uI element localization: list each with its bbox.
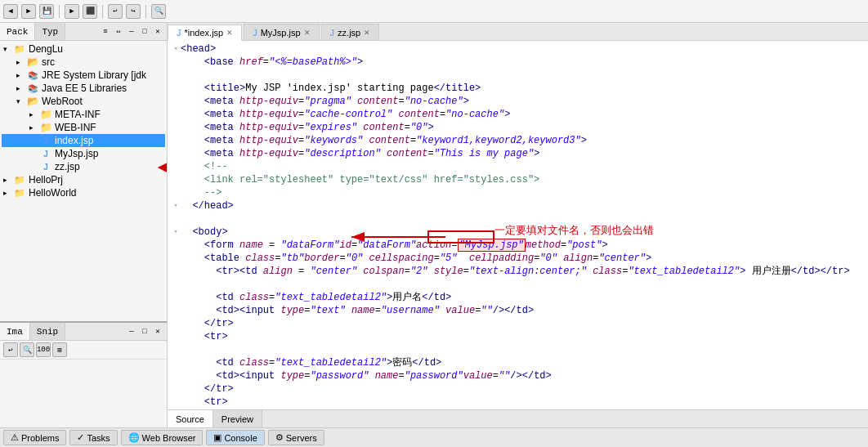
tree-item-javaee[interactable]: ▸ 📚 Java EE 5 Libraries [2,82,165,95]
tab-close-zzjsp[interactable]: ✕ [364,29,370,37]
lib-icon-jre: 📚 [26,69,39,81]
tree-item-webroot[interactable]: ▾ 📂 WebRoot [2,95,165,108]
toggle-helloprj: ▸ [3,176,13,184]
editor-tab-label-0: *index.jsp [185,28,224,38]
code-content: 一定要填对文件名，否则也会出错 ▾ <head> <base href="<%=… [168,41,868,409]
editor-bottom-tabs: Source Preview [168,409,868,427]
tab-icon-zzjsp: J [330,28,335,38]
tree-item-denglu[interactable]: ▾ 📁 DengLu [2,42,165,56]
left-tab-icons: ≡ ⇔ — □ ✕ [100,26,167,38]
tree-item-webinf[interactable]: ▸ 📁 WEB-INF [2,121,165,134]
toggle-helloworld: ▸ [3,189,13,197]
code-line-10: <!-- [168,160,868,173]
status-tab-problems[interactable]: ⚠ Problems [3,430,66,445]
tab-typ[interactable]: Typ [35,23,65,40]
tree-label-helloprj: HelloPrj [29,174,163,186]
tree-label-metainf: META-INF [55,109,163,120]
toolbar-btn-run[interactable]: ▶ [65,4,79,19]
file-icon-myjspjsp: J [39,148,52,159]
editor-tabs: J *index.jsp ✕ J MyJsp.jsp ✕ J zz.jsp ✕ [168,23,868,41]
code-line-25: <td class="text_tabledetail2">密码</td> [168,356,868,369]
tree-label-helloworld: HelloWorld [29,187,163,199]
tab-pack[interactable]: Pack [0,23,35,40]
left-bottom-tabs: Ima Snip — □ ✕ [0,323,167,341]
tab-snip[interactable]: Snip [30,323,65,340]
status-tab-servers[interactable]: ⚙ Servers [268,430,324,445]
webbrowser-icon: 🌐 [128,432,140,443]
toolbar-btn-forward[interactable]: ▶ [21,4,36,19]
tree-label-src: src [42,56,163,68]
minimize-bottom-icon[interactable]: — [126,326,137,337]
tab-close-myjspjsp[interactable]: ✕ [304,29,311,37]
tree-item-src[interactable]: ▸ 📂 src [2,56,165,69]
bottom-btn-1[interactable]: ↩ [3,342,18,357]
code-line-13: ▾ </head> [168,199,868,212]
code-line-8: <meta http-equiv="keywords" content="key… [168,134,868,147]
bottom-btn-2[interactable]: 🔍 [20,342,34,357]
link-editor-icon[interactable]: ⇔ [113,26,124,38]
toolbar-btn-search[interactable]: 🔍 [151,4,166,19]
editor-tab-myjspjsp[interactable]: J MyJsp.jsp ✕ [244,24,319,40]
code-line-22: </tr> [168,317,868,330]
tasks-icon: ✓ [77,432,84,443]
toolbar-btn-undo[interactable]: ↩ [108,4,123,19]
toolbar-btn-save[interactable]: 💾 [39,4,54,19]
toggle-webinf: ▸ [29,123,39,132]
status-tab-webbrowser[interactable]: 🌐 Web Browser [121,430,204,445]
minimize-icon[interactable]: — [126,26,137,38]
collapse-all-icon[interactable]: ≡ [100,26,111,38]
bottom-btn-3[interactable]: 100 [36,342,51,357]
status-tab-console[interactable]: ▣ Console [206,430,264,445]
bottom-btn-4[interactable]: ⊞ [52,342,67,357]
left-top-tabs: Pack Typ ≡ ⇔ — □ ✕ [0,23,167,41]
tab-icon-myjspjsp: J [253,28,257,38]
close-bottom-icon[interactable]: ✕ [152,326,163,337]
editor-tab-zzjsp[interactable]: J zz.jsp ✕ [321,24,380,40]
tab-ima[interactable]: Ima [0,323,30,340]
folder-icon-metainf: 📁 [39,109,52,120]
tree-item-zzjsp[interactable]: J zz.jsp ◀ [2,160,165,173]
left-panel: Pack Typ ≡ ⇔ — □ ✕ ▾ 📁 DengLu [0,23,168,427]
project-icon-helloprj: 📁 [13,174,26,186]
toggle-javaee: ▸ [16,84,26,92]
tree-label-zzjsp: zz.jsp [55,161,163,172]
fold-1[interactable]: ▾ [171,42,181,56]
maximize-icon[interactable]: □ [139,26,150,38]
editor-tab-indexjsp[interactable]: J *index.jsp ✕ [168,25,242,41]
tree-label-webinf: WEB-INF [55,122,163,133]
tree-item-indexjsp[interactable]: J index.jsp [2,134,165,147]
tab-close-indexjsp[interactable]: ✕ [226,29,233,37]
toolbar-btn-redo[interactable]: ↪ [126,4,141,19]
tab-source[interactable]: Source [168,410,213,427]
code-line-1: ▾ <head> [168,42,868,56]
tree-item-myjspjsp[interactable]: J MyJsp.jsp [2,147,165,160]
code-area[interactable]: 一定要填对文件名，否则也会出错 ▾ <head> <base href="<%=… [168,41,868,409]
code-line-4: <title>My JSP 'index.jsp' starting page<… [168,82,868,95]
status-tab-tasks[interactable]: ✓ Tasks [69,430,117,445]
maximize-bottom-icon[interactable]: □ [139,326,150,337]
code-line-23: <tr> [168,330,868,343]
editor-tab-label-1: MyJsp.jsp [261,28,301,38]
tree-item-helloprj[interactable]: ▸ 📁 HelloPrj [2,173,165,186]
tree-item-metainf[interactable]: ▸ 📁 META-INF [2,108,165,121]
close-icon[interactable]: ✕ [152,26,163,38]
bottom-panel-icons: — □ ✕ [126,326,167,337]
problems-icon: ⚠ [11,432,19,443]
code-line-11: <link rel="stylesheet" type="text/css" h… [168,173,868,186]
tree-item-jre[interactable]: ▸ 📚 JRE System Library [jdk [2,69,165,82]
arrow-indicator: ◀ [158,160,167,173]
file-icon-indexjsp: J [39,135,52,146]
folder-icon-src: 📂 [26,56,39,68]
code-line-9: <meta http-equiv="description" content="… [168,147,868,160]
toolbar-btn-back[interactable]: ◀ [3,4,18,19]
code-line-18: <tr><td align = "center" colspan="2" sty… [168,265,868,278]
code-line-12: --> [168,186,868,199]
tab-preview[interactable]: Preview [213,410,262,427]
toolbar-sep-1 [59,5,60,18]
toggle-metainf: ▸ [29,110,39,118]
tree-label-javaee: Java EE 5 Libraries [42,83,163,94]
toolbar-btn-stop[interactable]: ⬛ [83,4,97,19]
tree-label-webroot: WebRoot [42,96,163,107]
tree-item-helloworld[interactable]: ▸ 📁 HelloWorld [2,186,165,199]
left-bottom-panel: Ima Snip — □ ✕ ↩ 🔍 100 ⊞ [0,321,167,427]
